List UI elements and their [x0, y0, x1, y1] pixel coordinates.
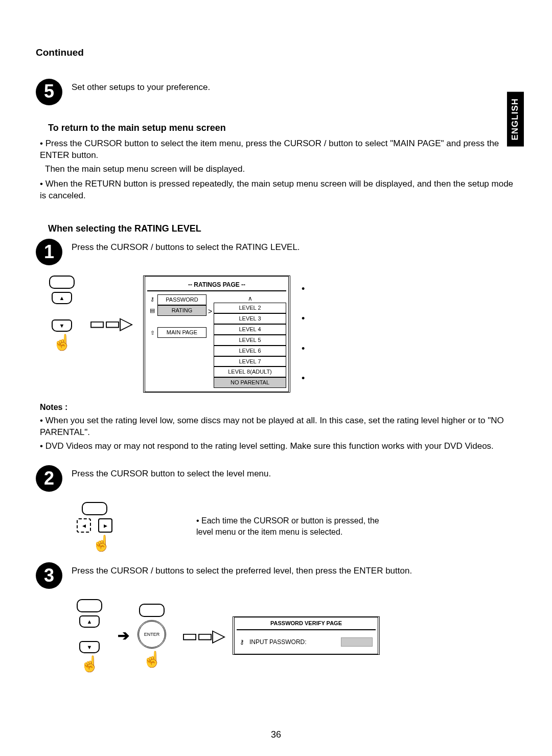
password-verify-screen: PASSWORD VERIFY PAGE ⚷ INPUT PASSWORD: — [233, 616, 380, 655]
step-5: 5 Set other setups to your preference. — [36, 79, 516, 105]
up-arrow-icon: ⇧ — [148, 328, 157, 339]
continued-heading: Continued — [36, 46, 516, 59]
rating-heading: When selecting the RATING LEVEL — [48, 222, 516, 235]
step-3-text: Press the CURSOR / buttons to select the… — [72, 562, 412, 577]
cursor-left-icon: ◂ — [77, 518, 91, 533]
menu-item-rating: RATING — [157, 305, 206, 316]
notes-label: Notes : — [40, 402, 516, 413]
level-7: LEVEL 7 — [214, 356, 286, 367]
list-icon: ▤ — [148, 306, 157, 317]
hand-press-icon: ☝ — [80, 656, 99, 672]
return-bullet-1: • Press the CURSOR button to select the … — [40, 138, 516, 162]
cursor-up-icon: ▲ — [52, 292, 72, 304]
enter-button-icon: ENTER — [137, 620, 166, 649]
cursor-right-icon: ▸ — [98, 518, 112, 533]
level-2: LEVEL 2 — [214, 303, 286, 313]
menu-item-blank — [157, 316, 206, 327]
input-password-label: INPUT PASSWORD: — [249, 638, 307, 646]
step-2: 2 Press the CURSOR button to select the … — [36, 465, 516, 492]
level-3: LEVEL 3 — [214, 313, 286, 324]
key-icon: ⚷ — [240, 638, 244, 646]
step-2-text: Press the CURSOR button to select the le… — [72, 465, 271, 480]
button-outline-icon — [139, 604, 165, 617]
arrow-right-icon: ➔ — [118, 626, 129, 646]
note-1: • When you set the rating level low, som… — [40, 415, 516, 439]
manual-page: ENGLISH Continued 5 Set other setups to … — [0, 0, 552, 756]
page-number: 36 — [0, 728, 552, 741]
remote-illustration-2: ◂ ▸ ☝ — [77, 502, 112, 551]
menu-item-password: PASSWORD — [157, 294, 206, 305]
ratings-screen-title: -- RATINGS PAGE -- — [147, 279, 286, 291]
step-1: 1 Press the CURSOR / buttons to select t… — [36, 239, 516, 265]
cursor-down-icon: ▼ — [52, 319, 72, 332]
side-markers: •••• — [302, 276, 305, 384]
language-tab: ENGLISH — [507, 92, 524, 147]
hand-press-icon: ☝ — [143, 652, 162, 667]
hand-press-icon: ☝ — [53, 335, 72, 350]
level-no-parental: NO PARENTAL — [214, 377, 286, 388]
level-4: LEVEL 4 — [214, 324, 286, 335]
step-number-2: 2 — [36, 465, 62, 492]
remote-illustration-3: ▲ ▼ ☝ ➔ ENTER ☝ ▭▭▷ PASSWORD VERIFY PAGE… — [77, 599, 516, 672]
arrow-right-icon: ▭▭▷ — [181, 627, 224, 644]
note-2: • DVD Videos may or may not respond to t… — [40, 441, 516, 452]
arrow-right-icon: ▭▭▷ — [89, 314, 132, 332]
step-2-side-note: • Each time the CURSOR or button is pres… — [196, 515, 390, 537]
remote-illustration-1: ▲ ▼ ☝ ▭▭▷ — [49, 276, 132, 350]
step-5-text: Set other setups to your preference. — [72, 79, 210, 94]
return-bullet-2: • When the RETURN button is pressed repe… — [40, 178, 516, 202]
key-icon: ⚷ — [148, 294, 156, 306]
step-number-1: 1 — [36, 239, 62, 265]
step-1-text: Press the CURSOR / buttons to select the… — [72, 239, 300, 254]
level-5: LEVEL 5 — [214, 335, 286, 346]
cursor-down-icon: ▼ — [79, 641, 100, 653]
step-number-5: 5 — [36, 79, 62, 105]
menu-item-main-page: MAIN PAGE — [157, 327, 206, 338]
chevron-right-icon: > — [206, 306, 214, 317]
return-bullet-1b: Then the main setup menu screen will be … — [45, 164, 516, 175]
button-outline-icon — [77, 599, 102, 612]
hand-press-icon: ☝ — [92, 536, 111, 551]
button-outline-icon — [49, 276, 75, 289]
step-3: 3 Press the CURSOR / buttons to select t… — [36, 562, 516, 589]
ratings-page-screen: -- RATINGS PAGE -- ⚷ ▤ ⇧ PASSWORD RATING… — [143, 276, 290, 393]
level-6: LEVEL 6 — [214, 346, 286, 356]
button-outline-icon — [82, 502, 107, 515]
scroll-up-icon: ∧ — [214, 294, 286, 303]
cursor-up-icon: ▲ — [79, 615, 100, 628]
step-number-3: 3 — [36, 562, 62, 589]
return-heading: To return to the main setup menu screen — [48, 122, 516, 134]
level-8: LEVEL 8(ADULT) — [214, 366, 286, 377]
password-screen-title: PASSWORD VERIFY PAGE — [237, 617, 376, 630]
password-input-box — [341, 637, 373, 647]
